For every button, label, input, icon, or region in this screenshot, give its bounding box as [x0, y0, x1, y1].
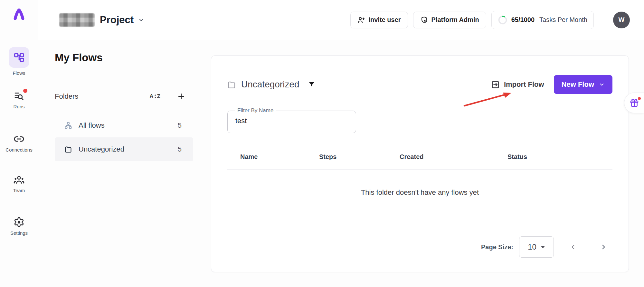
left-sidebar: Flows Runs Connections Team — [0, 0, 38, 287]
invite-user-button[interactable]: Invite user — [350, 12, 408, 28]
folder-name: Uncategorized — [79, 145, 124, 153]
chevron-down-icon — [599, 82, 605, 87]
project-name-redacted — [59, 13, 95, 27]
team-icon — [14, 174, 24, 185]
page-size-label: Page Size: — [481, 243, 513, 251]
sidebar-item-label: Runs — [13, 104, 24, 109]
page-size-select[interactable]: 10 — [519, 236, 554, 258]
page-size-value: 10 — [528, 242, 536, 252]
column-header-status: Status — [507, 153, 527, 161]
filter-by-name-input[interactable] — [228, 111, 356, 133]
import-flow-label: Import Flow — [504, 80, 544, 89]
folder-item-all-flows[interactable]: All flows 5 — [55, 114, 193, 137]
new-flow-button[interactable]: New Flow — [554, 75, 612, 94]
whats-new-tab[interactable] — [624, 93, 644, 113]
gift-icon — [630, 98, 639, 107]
card-folder-title: Uncategorized — [241, 79, 299, 90]
filter-funnel-icon[interactable] — [308, 81, 316, 88]
link-icon — [14, 134, 24, 144]
tasks-usage-chip[interactable]: 65/1000 Tasks Per Month — [491, 11, 594, 29]
platform-admin-button[interactable]: Platform Admin — [413, 12, 486, 28]
user-plus-icon — [357, 16, 365, 24]
table-header-row: Name Steps Created Status — [240, 153, 612, 161]
project-title[interactable]: Project — [100, 14, 134, 26]
folders-heading: Folders — [55, 92, 78, 101]
next-page-button[interactable] — [600, 243, 607, 251]
chevron-left-icon — [569, 243, 577, 251]
project-dropdown[interactable] — [138, 17, 145, 23]
runs-notification-dot — [23, 89, 27, 93]
folder-item-uncategorized[interactable]: Uncategorized 5 — [55, 137, 193, 161]
sidebar-item-label: Connections — [5, 147, 32, 153]
flows-active-tile — [9, 47, 29, 68]
folder-count: 5 — [178, 121, 182, 130]
filter-field-label: Filter By Name — [235, 107, 276, 114]
column-header-created: Created — [400, 153, 507, 161]
gear-icon — [14, 217, 24, 228]
filter-by-name-field: Filter By Name — [227, 111, 356, 133]
sidebar-item-team[interactable]: Team — [0, 174, 38, 193]
folder-icon — [64, 145, 72, 153]
page-title: My Flows — [55, 52, 103, 64]
tasks-progress-ring-icon — [498, 15, 507, 25]
caret-down-icon — [541, 246, 545, 248]
shield-admin-icon — [420, 16, 428, 24]
sort-alpha-icon[interactable]: AZ — [149, 93, 160, 100]
funnel-icon — [308, 81, 316, 88]
gift-notification-dot — [638, 97, 641, 100]
column-header-name: Name — [240, 153, 319, 161]
top-header: Project Invite user Platform Admin 65/10… — [38, 0, 644, 40]
import-flow-button[interactable]: Import Flow — [491, 80, 544, 89]
all-flows-tree-icon — [64, 122, 72, 129]
folders-panel: Folders AZ All flows 5 Uncategorized 5 — [55, 92, 193, 161]
workflow-icon — [14, 52, 24, 63]
flows-table-card: Uncategorized Import Flow New Flow Filte… — [211, 55, 629, 272]
chevron-down-icon — [138, 17, 145, 23]
user-avatar[interactable]: W — [613, 12, 630, 28]
folder-icon — [227, 80, 236, 89]
folder-count: 5 — [178, 145, 182, 153]
pagination-controls: Page Size: 10 — [481, 236, 607, 258]
runs-search-icon — [14, 91, 24, 101]
previous-page-button[interactable] — [569, 243, 577, 251]
tasks-count: 65/1000 — [511, 16, 535, 24]
sidebar-item-label: Flows — [13, 70, 25, 76]
sidebar-item-settings[interactable]: Settings — [0, 217, 38, 236]
sidebar-item-flows[interactable]: Flows — [0, 47, 38, 76]
app-logo[interactable] — [0, 7, 38, 22]
chevron-right-icon — [600, 243, 607, 251]
activepieces-logo-icon — [12, 7, 26, 22]
import-icon — [491, 80, 500, 89]
sidebar-item-label: Team — [13, 188, 25, 193]
add-folder-button[interactable] — [177, 92, 185, 101]
folder-name: All flows — [79, 121, 105, 130]
sidebar-item-runs[interactable]: Runs — [0, 91, 38, 109]
empty-state-message: This folder doesn't have any flows yet — [211, 188, 629, 197]
sidebar-item-connections[interactable]: Connections — [0, 134, 38, 153]
invite-user-label: Invite user — [369, 16, 401, 24]
plus-icon — [177, 92, 185, 101]
sidebar-item-label: Settings — [10, 230, 28, 236]
column-header-steps: Steps — [319, 153, 400, 161]
table-divider — [227, 169, 612, 170]
tasks-label: Tasks Per Month — [539, 16, 587, 24]
platform-admin-label: Platform Admin — [431, 16, 479, 24]
new-flow-label: New Flow — [562, 80, 594, 89]
